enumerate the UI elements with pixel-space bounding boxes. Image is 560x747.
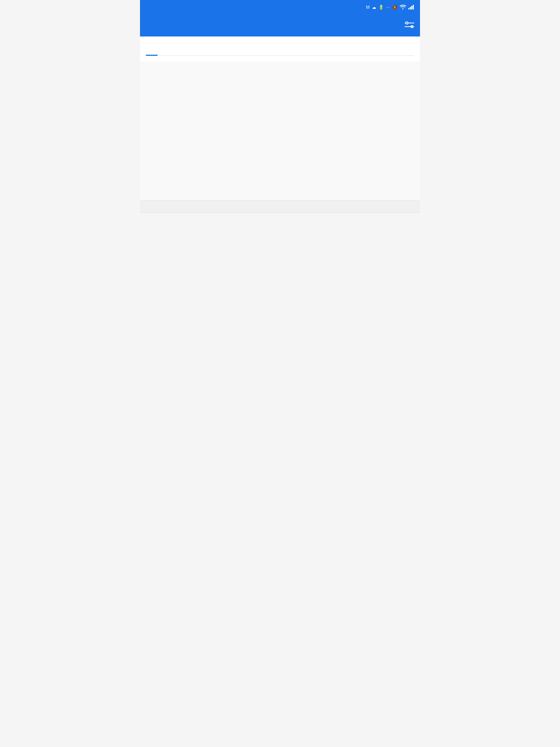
chart-container	[140, 62, 420, 200]
wifi-icon	[400, 4, 406, 11]
tabs-container	[146, 47, 414, 56]
tab-by-authority[interactable]	[146, 47, 158, 56]
status-bar: M ☁ 🔋 ··· 🔕	[140, 0, 420, 15]
table-container	[140, 200, 420, 213]
app-bar	[140, 15, 420, 36]
signal-icon	[408, 4, 414, 11]
svg-point-4	[406, 22, 408, 24]
svg-rect-0	[408, 8, 409, 9]
svg-rect-2	[411, 6, 412, 9]
filter-icon[interactable]	[405, 21, 414, 31]
status-icons: M ☁ 🔋 ··· 🔕	[366, 4, 414, 11]
mute-icon: 🔕	[392, 5, 397, 10]
more-icon: ···	[386, 5, 390, 10]
battery-icon: 🔋	[378, 5, 384, 10]
tab-by-govt[interactable]	[158, 47, 169, 56]
svg-rect-1	[410, 7, 411, 9]
pie-chart	[222, 73, 338, 189]
table-header	[140, 201, 420, 213]
svg-rect-3	[413, 5, 414, 9]
tab-by-state[interactable]	[169, 47, 181, 56]
weather-icon: ☁	[372, 5, 376, 10]
main-content	[140, 36, 420, 62]
gmail-icon: M	[366, 5, 370, 10]
